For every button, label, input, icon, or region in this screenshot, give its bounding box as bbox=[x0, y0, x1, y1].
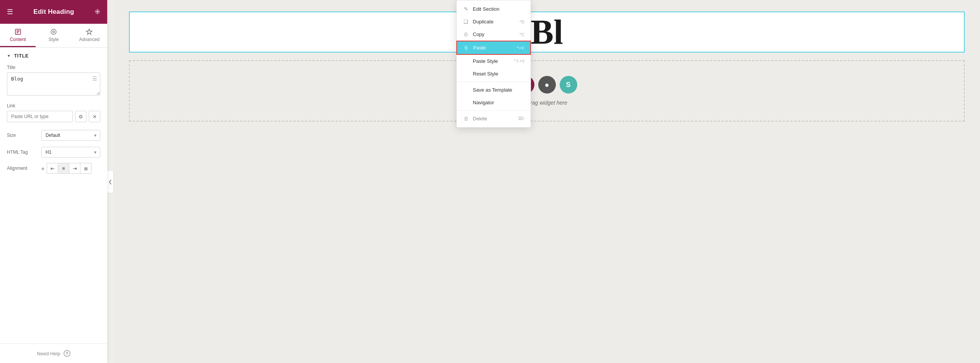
html-tag-row: HTML Tag H1 ▼ bbox=[0, 145, 107, 161]
context-reset-style[interactable]: Reset Style bbox=[457, 67, 531, 80]
title-label: Title bbox=[7, 65, 100, 70]
align-right-button[interactable]: ⇥ bbox=[69, 163, 80, 174]
tab-content[interactable]: Content bbox=[0, 24, 36, 47]
size-select[interactable]: Default bbox=[41, 130, 100, 141]
context-copy[interactable]: ⎙ Copy ^C bbox=[457, 28, 531, 41]
size-select-wrapper: Default ▼ bbox=[41, 130, 100, 141]
alignment-device-icon: ⎈ bbox=[41, 166, 44, 171]
link-row: ⚙ ✕ bbox=[7, 111, 100, 122]
html-tag-label: HTML Tag bbox=[7, 149, 41, 155]
svg-point-4 bbox=[51, 29, 56, 34]
delete-icon: 🗑 bbox=[463, 116, 469, 122]
context-paste[interactable]: ⎗ Paste ^+V bbox=[456, 41, 531, 55]
main-canvas: Bl + ● S Drag widget here ✎ Edit Section bbox=[114, 0, 980, 363]
context-delete[interactable]: 🗑 Delete ⌦ bbox=[457, 112, 531, 125]
context-menu: ✎ Edit Section ❑ Duplicate ^D ⎙ Copy ^C bbox=[456, 0, 531, 128]
canvas-inner: Bl + ● S Drag widget here ✎ Edit Section bbox=[114, 0, 980, 363]
html-tag-select[interactable]: H1 bbox=[41, 147, 100, 158]
alignment-buttons: ⇤ ≡ ⇥ ≣ bbox=[47, 163, 91, 174]
delete-shortcut: ⌦ bbox=[518, 116, 524, 121]
sidebar-footer[interactable]: Need Help ? bbox=[0, 343, 107, 363]
section-arrow-icon: ▼ bbox=[7, 54, 11, 58]
title-section-label: Title bbox=[14, 53, 29, 59]
hamburger-icon[interactable]: ☰ bbox=[7, 8, 13, 16]
size-label: Size bbox=[7, 133, 41, 138]
svg-point-5 bbox=[53, 31, 55, 33]
context-divider-1 bbox=[457, 82, 531, 82]
edit-section-label: Edit Section bbox=[473, 6, 499, 12]
link-label: Link bbox=[7, 103, 100, 108]
sidebar: ☰ Edit Heading ⁜ Content Style Advanced bbox=[0, 0, 107, 363]
grid-icon[interactable]: ⁜ bbox=[95, 8, 100, 16]
help-icon: ? bbox=[64, 350, 70, 357]
context-save-as-template[interactable]: Save as Template bbox=[457, 84, 531, 96]
sidebar-header: ☰ Edit Heading ⁜ bbox=[0, 0, 107, 24]
folder-widget-button[interactable]: ● bbox=[538, 76, 556, 94]
style-icon bbox=[50, 28, 57, 35]
paste-icon: ⎗ bbox=[463, 45, 469, 51]
html-tag-select-wrapper: H1 ▼ bbox=[41, 147, 100, 158]
tab-style[interactable]: Style bbox=[36, 24, 71, 47]
paste-style-label: Paste Style bbox=[473, 58, 498, 64]
context-navigator[interactable]: Navigator bbox=[457, 96, 531, 109]
link-clear-button[interactable]: ✕ bbox=[89, 111, 100, 122]
link-input[interactable] bbox=[7, 111, 73, 122]
duplicate-icon: ❑ bbox=[463, 19, 469, 25]
title-textarea[interactable]: Blog bbox=[7, 72, 100, 95]
copy-shortcut: ^C bbox=[519, 32, 524, 37]
link-settings-button[interactable]: ⚙ bbox=[75, 111, 87, 122]
content-icon bbox=[15, 28, 21, 35]
reset-style-label: Reset Style bbox=[473, 71, 498, 77]
align-center-button[interactable]: ≡ bbox=[58, 163, 69, 174]
alignment-label: Alignment bbox=[7, 166, 41, 171]
title-input-wrapper: Blog ☰ bbox=[7, 72, 100, 95]
drag-widget-label: Drag widget here bbox=[526, 100, 567, 106]
paste-label: Paste bbox=[473, 45, 486, 51]
copy-icon: ⎙ bbox=[463, 31, 469, 37]
size-row: Size Default ▼ bbox=[0, 128, 107, 145]
sidebar-tabs: Content Style Advanced bbox=[0, 24, 107, 48]
sidebar-title: Edit Heading bbox=[33, 8, 74, 16]
textarea-dynamic-icon: ☰ bbox=[92, 76, 97, 82]
delete-label: Delete bbox=[473, 116, 487, 122]
paste-style-shortcut: ^⇧+V bbox=[514, 59, 524, 64]
empty-drop-section: + ● S Drag widget here bbox=[129, 60, 965, 122]
title-form-group: Title Blog ☰ bbox=[0, 62, 107, 101]
navigator-label: Navigator bbox=[473, 100, 494, 105]
save-template-label: Save as Template bbox=[473, 87, 512, 93]
heading-display-text: Bl bbox=[531, 12, 563, 52]
copy-label: Copy bbox=[473, 31, 484, 37]
paste-shortcut: ^+V bbox=[517, 46, 524, 50]
context-edit-section[interactable]: ✎ Edit Section bbox=[457, 3, 531, 15]
context-divider-2 bbox=[457, 110, 531, 111]
need-help-label: Need Help bbox=[37, 351, 60, 356]
align-left-button[interactable]: ⇤ bbox=[47, 163, 58, 174]
title-section-header: ▼ Title bbox=[0, 48, 107, 62]
heading-section: Bl bbox=[129, 11, 965, 53]
edit-section-icon: ✎ bbox=[463, 6, 469, 12]
context-duplicate[interactable]: ❑ Duplicate ^D bbox=[457, 15, 531, 28]
align-justify-button[interactable]: ≣ bbox=[80, 163, 91, 174]
duplicate-label: Duplicate bbox=[473, 19, 493, 25]
alignment-row: Alignment ⎈ ⇤ ≡ ⇥ ≣ bbox=[0, 161, 107, 179]
advanced-icon bbox=[86, 28, 93, 35]
s-widget-button[interactable]: S bbox=[560, 76, 577, 94]
sidebar-collapse-toggle[interactable]: ❮ bbox=[107, 170, 114, 193]
link-form-group: Link ⚙ ✕ bbox=[0, 101, 107, 128]
tab-advanced[interactable]: Advanced bbox=[72, 24, 107, 47]
context-paste-style[interactable]: Paste Style ^⇧+V bbox=[457, 55, 531, 67]
sidebar-content: ▼ Title Title Blog ☰ Link ⚙ ✕ Size Def bbox=[0, 48, 107, 343]
duplicate-shortcut: ^D bbox=[519, 20, 524, 24]
